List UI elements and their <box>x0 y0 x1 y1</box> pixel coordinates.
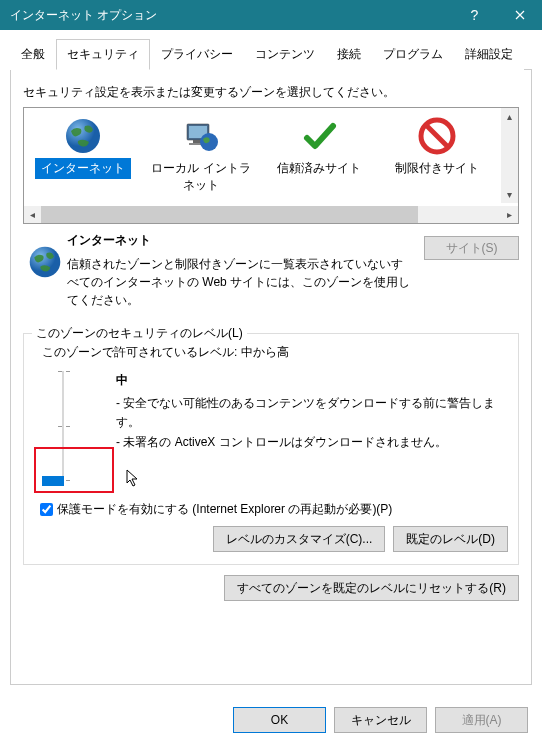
level-desc-1: - 安全でない可能性のあるコンテンツをダウンロードする前に警告します。 <box>116 394 508 432</box>
security-level-slider[interactable] <box>48 371 76 481</box>
protected-mode-checkbox[interactable] <box>40 503 53 516</box>
default-level-button[interactable]: 既定のレベル(D) <box>393 526 508 552</box>
protected-mode-label[interactable]: 保護モードを有効にする (Internet Explorer の再起動が必要)(… <box>57 501 392 518</box>
prohibit-icon <box>378 114 496 158</box>
zone-name: インターネット <box>35 158 131 179</box>
level-group-label: このゾーンのセキュリティのレベル(L) <box>32 325 247 342</box>
svg-line-7 <box>427 126 447 146</box>
zone-detail: インターネット 信頼されたゾーンと制限付きゾーンに一覧表示されていないすべてのイ… <box>23 232 519 309</box>
apply-button: 適用(A) <box>435 707 528 733</box>
allowed-level-label: このゾーンで許可されているレベル: 中から高 <box>42 344 508 361</box>
window-title: インターネット オプション <box>10 7 452 24</box>
ok-button[interactable]: OK <box>233 707 326 733</box>
scroll-thumb[interactable] <box>41 206 418 223</box>
zone-item-restricted[interactable]: 制限付きサイト <box>378 108 496 203</box>
zone-scrollbar-vertical[interactable]: ▴ ▾ <box>501 108 518 203</box>
reset-all-zones-button[interactable]: すべてのゾーンを既定のレベルにリセットする(R) <box>224 575 519 601</box>
svg-point-8 <box>30 247 61 278</box>
zone-name: ローカル イントラネット <box>142 158 260 196</box>
level-desc-2: - 未署名の ActiveX コントロールはダウンロードされません。 <box>116 433 508 452</box>
scroll-down-icon: ▾ <box>501 186 518 203</box>
tab-programs[interactable]: プログラム <box>372 39 454 70</box>
tab-strip: 全般 セキュリティ プライバシー コンテンツ 接続 プログラム 詳細設定 <box>10 38 532 70</box>
cursor-icon <box>126 469 142 489</box>
dialog-buttons: OK キャンセル 適用(A) <box>0 695 542 745</box>
close-icon <box>515 10 525 20</box>
tab-panel-security: セキュリティ設定を表示または変更するゾーンを選択してください。 インターネット <box>10 70 532 685</box>
customize-level-button[interactable]: レベルのカスタマイズ(C)... <box>213 526 386 552</box>
tab-connections[interactable]: 接続 <box>326 39 372 70</box>
zone-name: 制限付きサイト <box>389 158 485 179</box>
zone-item-internet[interactable]: インターネット <box>24 108 142 203</box>
tab-advanced[interactable]: 詳細設定 <box>454 39 524 70</box>
security-level-group: このゾーンのセキュリティのレベル(L) このゾーンで許可されているレベル: 中か… <box>23 333 519 565</box>
zone-name: 信頼済みサイト <box>271 158 367 179</box>
scroll-right-icon: ▸ <box>501 206 518 223</box>
zone-select-label: セキュリティ設定を表示または変更するゾーンを選択してください。 <box>23 84 519 101</box>
zone-detail-desc: 信頼されたゾーンと制限付きゾーンに一覧表示されていないすべてのインターネットの … <box>67 255 414 309</box>
titlebar: インターネット オプション ? <box>0 0 542 30</box>
slider-thumb[interactable] <box>42 476 64 486</box>
tab-privacy[interactable]: プライバシー <box>150 39 244 70</box>
zone-item-intranet[interactable]: ローカル イントラネット <box>142 108 260 203</box>
scroll-left-icon: ◂ <box>24 206 41 223</box>
tab-security[interactable]: セキュリティ <box>56 39 150 70</box>
help-button[interactable]: ? <box>452 0 497 30</box>
scroll-up-icon: ▴ <box>501 108 518 125</box>
monitor-globe-icon <box>142 114 260 158</box>
zone-detail-title: インターネット <box>67 232 414 249</box>
cancel-button[interactable]: キャンセル <box>334 707 427 733</box>
close-button[interactable] <box>497 0 542 30</box>
level-name: 中 <box>116 371 508 390</box>
zone-list: インターネット ローカル イントラネット <box>23 107 519 224</box>
svg-point-0 <box>66 119 100 153</box>
globe-icon <box>24 114 142 158</box>
tab-general[interactable]: 全般 <box>10 39 56 70</box>
zone-item-trusted[interactable]: 信頼済みサイト <box>260 108 378 203</box>
sites-button: サイト(S) <box>424 236 519 260</box>
checkmark-icon <box>260 114 378 158</box>
globe-icon <box>23 232 67 309</box>
zone-scrollbar-horizontal[interactable]: ◂ ▸ <box>24 206 518 223</box>
tab-content[interactable]: コンテンツ <box>244 39 326 70</box>
annotation-highlight <box>34 447 114 493</box>
